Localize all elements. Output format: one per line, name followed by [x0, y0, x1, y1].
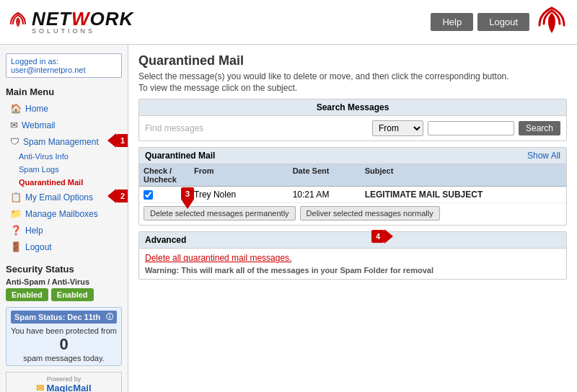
mailbox-icon: 📁 — [10, 208, 22, 219]
anti-spam-enabled-btn[interactable]: Enabled — [6, 288, 48, 301]
logout-button[interactable]: Logout — [477, 13, 529, 31]
col-from-header: From — [194, 166, 293, 184]
shield-icon: 🛡 — [10, 136, 19, 147]
search-from-select[interactable]: From To Subject — [372, 120, 423, 136]
search-input[interactable] — [428, 121, 514, 135]
show-all-link[interactable]: Show All — [527, 151, 560, 161]
sidebar-item-spam-management[interactable]: 🛡 Spam Management 1 — [0, 133, 128, 150]
row-actions: Delete selected messages permanently Del… — [139, 203, 566, 225]
logo-text: netWork solutions — [32, 9, 133, 35]
search-section: Search Messages Find messages From To Su… — [138, 99, 567, 141]
anti-virus-enabled-btn[interactable]: Enabled — [51, 288, 94, 301]
advanced-header: Advanced 4 — [139, 232, 566, 249]
advanced-section: Advanced 4 Delete all quarantined mail m… — [138, 231, 567, 280]
row-date: 10:21 AM — [293, 190, 365, 200]
security-status-title: Security Status — [6, 264, 122, 275]
search-header: Search Messages — [139, 99, 566, 116]
sidebar-item-my-email-options[interactable]: 📋 My Email Options 2 — [0, 189, 128, 205]
sidebar-item-manage-mailboxes[interactable]: 📁 Manage Mailboxes — [0, 205, 128, 222]
logo-area: netWork solutions — [7, 9, 133, 35]
email-options-icon: 📋 — [10, 192, 22, 202]
logo-signal-icon — [7, 12, 29, 33]
magic-mail-box: Powered by ✉ MagicMail — [6, 372, 122, 392]
delete-selected-btn[interactable]: Delete selected messages permanently — [144, 206, 296, 220]
logout-icon: 🚪 — [10, 241, 22, 252]
quarantine-header: Quarantined Mail Show All — [139, 148, 566, 164]
spam-status-body: You have been protected from 0 spam mess… — [11, 326, 117, 362]
sidebar-item-webmail[interactable]: ✉ Webmail — [0, 117, 128, 133]
sidebar-item-home[interactable]: 🏠 Home — [0, 100, 128, 117]
step-3-badge: 3 — [181, 187, 194, 200]
col-date-header: Date Sent — [293, 166, 365, 184]
magic-mail-icon: ✉ — [36, 383, 44, 392]
table-row: Trey Nolen 10:21 AM LEGITIMATE MAIL SUBJ… — [139, 187, 566, 203]
page-title: Quarantined Mail — [138, 53, 567, 68]
sidebar-item-help[interactable]: ❓ Help — [0, 222, 128, 239]
warning-text: Warning: This will mark all of the messa… — [145, 266, 560, 275]
sidebar-sub-anti-virus[interactable]: Anti-Virus Info — [0, 150, 128, 163]
search-placeholder-text: Find messages — [145, 123, 368, 133]
quarantine-title: Quarantined Mail — [145, 151, 215, 161]
info-icon[interactable]: ⓘ — [106, 312, 113, 322]
page-subtitle1: Select the message(s) you would like to … — [138, 71, 567, 81]
col-check-header: Check / Uncheck — [144, 166, 194, 184]
sidebar-sub-spam-logs[interactable]: Spam Logs — [0, 163, 128, 176]
security-status-section: Security Status Anti-Spam / Anti-Virus E… — [0, 261, 128, 392]
anti-spam-label: Anti-Spam / Anti-Virus — [6, 277, 122, 286]
search-button[interactable]: Search — [519, 121, 560, 135]
step-4-badge: 4 — [371, 230, 384, 243]
mail-icon: ✉ — [10, 120, 18, 130]
main-menu-title: Main Menu — [0, 84, 128, 100]
spam-status-title-bar: Spam Status: Dec 11th ⓘ — [11, 311, 117, 324]
enabled-buttons: Enabled Enabled — [6, 288, 122, 301]
deliver-selected-btn[interactable]: Deliver selected messages normally — [300, 206, 440, 220]
row-subject[interactable]: LEGITIMATE MAIL SUBJECT — [365, 190, 562, 200]
step-2-badge: 2 — [116, 190, 128, 202]
help-icon: ❓ — [10, 225, 22, 236]
page-subtitle2: To view the message click on the subject… — [138, 83, 567, 93]
sidebar-item-logout[interactable]: 🚪 Logout — [0, 239, 128, 255]
quarantine-section: Quarantined Mail Show All Check / Unchec… — [138, 147, 567, 226]
row-checkbox[interactable] — [144, 190, 153, 200]
col-subject-header: Subject — [365, 166, 562, 184]
table-col-headers: Check / Uncheck From Date Sent Subject — [139, 164, 566, 187]
delete-all-link[interactable]: Delete all quarantined mail messages. — [145, 253, 291, 263]
logged-in-bar: Logged in as: user@internetpro.net — [6, 53, 122, 78]
help-button[interactable]: Help — [431, 13, 473, 31]
spam-status-box: Spam Status: Dec 11th ⓘ You have been pr… — [6, 307, 122, 366]
brand-icon-right — [534, 6, 570, 38]
row-from: Trey Nolen — [194, 190, 293, 200]
step-1-badge: 1 — [116, 134, 128, 147]
sidebar-sub-quarantined-mail[interactable]: Quarantined Mail — [0, 176, 128, 189]
home-icon: 🏠 — [10, 103, 22, 114]
